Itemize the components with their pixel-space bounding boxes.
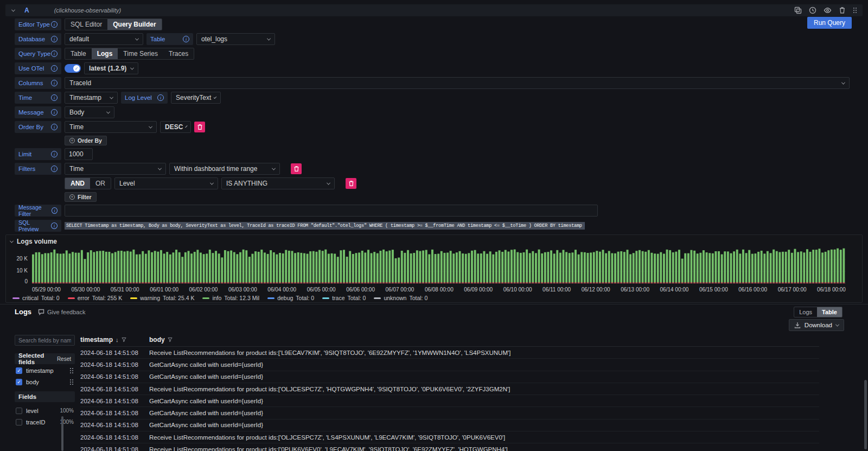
table-select[interactable]: otel_logs (196, 33, 275, 45)
field-checkbox[interactable] (16, 408, 22, 414)
logs-volume-bars[interactable] (32, 247, 846, 285)
chevron-down-icon (158, 166, 162, 170)
info-icon[interactable]: i (183, 36, 189, 42)
table-row[interactable]: 2024-06-18 14:51:08GetCartAsync called w… (80, 371, 819, 383)
otel-version-select[interactable]: latest (1.2.9) (84, 62, 138, 74)
editor-type-option-sql-editor[interactable]: SQL Editor (65, 19, 107, 30)
legend-item-warning[interactable]: warningTotal: 25.4 K (130, 295, 194, 301)
x-tick-label: 06/01 00:00 (150, 287, 178, 293)
info-icon[interactable]: i (51, 65, 58, 72)
info-icon[interactable]: i (51, 109, 58, 116)
sub-filter-field-select[interactable]: Level (114, 177, 218, 189)
download-button[interactable]: Download (789, 319, 844, 331)
order-by-field-select[interactable]: Time (65, 121, 157, 133)
table-row[interactable]: 2024-06-18 14:51:08Receive ListRecommend… (80, 347, 819, 359)
editor-type-radio-group: SQL Editor Query Builder (65, 18, 162, 30)
table-row[interactable]: 2024-06-18 14:51:08GetCartAsync called w… (80, 359, 819, 371)
filter-bool-or[interactable]: OR (90, 178, 111, 189)
fields-sidebar: Selected fields Reset ✓timestamp✓body Fi… (15, 335, 75, 427)
limit-input[interactable] (65, 148, 93, 160)
log-level-column-select[interactable]: SeverityText (171, 92, 221, 104)
info-icon[interactable]: i (51, 124, 58, 130)
sort-desc-icon[interactable]: ↓ (116, 336, 119, 343)
info-icon[interactable]: i (51, 80, 58, 86)
table-row[interactable]: 2024-06-18 14:51:08GetCartAsync called w… (80, 407, 819, 419)
history-icon[interactable] (809, 7, 816, 14)
legend-item-debug[interactable]: debugTotal: 0 (267, 295, 314, 301)
remove-filter-button[interactable] (291, 163, 302, 174)
table-row[interactable]: 2024-06-18 14:51:08GetCartAsync called w… (80, 395, 819, 407)
filter-operator-select[interactable]: Within dashboard time range (169, 163, 280, 175)
info-icon[interactable]: i (52, 207, 58, 214)
message-column-select[interactable]: Body (65, 106, 114, 118)
legend-item-critical[interactable]: criticalTotal: 0 (12, 295, 60, 301)
trash-icon[interactable] (839, 7, 846, 14)
field-checkbox[interactable]: ✓ (16, 367, 22, 374)
field-checkbox[interactable]: ✓ (16, 379, 22, 385)
message-label: Message i (15, 106, 61, 118)
legend-item-info[interactable]: infoTotal: 12.3 Mil (202, 295, 259, 301)
database-select[interactable]: default (65, 33, 143, 45)
page-scrollbar[interactable] (864, 380, 867, 449)
legend-series-total: Total: 0 (348, 295, 366, 301)
filter-bool-and[interactable]: AND (65, 178, 90, 189)
y-axis-labels: 20 K 10 K 0 (6, 247, 30, 285)
chevron-down-icon (835, 322, 839, 326)
eye-icon[interactable] (824, 7, 832, 14)
info-icon[interactable]: i (51, 223, 58, 229)
legend-item-error[interactable]: errorTotal: 255 K (68, 295, 123, 301)
filter-funnel-icon[interactable] (168, 337, 173, 342)
legend-color-dash (12, 297, 20, 299)
query-type-option-time-series[interactable]: Time Series (118, 48, 163, 59)
info-icon[interactable]: i (51, 36, 58, 42)
editor-type-option-query-builder[interactable]: Query Builder (107, 19, 161, 30)
remove-sub-filter-button[interactable] (346, 178, 356, 189)
view-toggle-table[interactable]: Table (817, 307, 842, 317)
filter-funnel-icon[interactable] (122, 337, 126, 342)
timestamp-column-header[interactable]: timestamp ↓ (80, 336, 149, 344)
drag-handle-icon[interactable] (69, 367, 74, 374)
table-row[interactable]: 2024-06-18 14:51:08Receive ListRecommend… (80, 383, 819, 395)
legend-item-trace[interactable]: traceTotal: 0 (322, 295, 366, 301)
view-toggle-logs[interactable]: Logs (794, 307, 817, 317)
query-type-option-logs[interactable]: Logs (92, 48, 118, 59)
x-axis-ticks: 05/29 00:0005/30 00:0005/31 00:0006/01 0… (32, 285, 846, 293)
body-column-header[interactable]: body (149, 336, 173, 344)
give-feedback-link[interactable]: Give feedback (38, 309, 85, 315)
duplicate-icon[interactable] (794, 7, 802, 14)
remove-order-by-button[interactable] (194, 122, 205, 132)
message-filter-input[interactable] (65, 205, 598, 217)
info-icon[interactable]: i (51, 21, 58, 28)
run-query-button[interactable]: Run Query (807, 17, 852, 29)
use-otel-toggle[interactable]: ✓ (65, 64, 81, 73)
time-column-select[interactable]: Timestamp (65, 92, 118, 104)
row-body: GetCartAsync called with userId={userId} (149, 398, 263, 404)
info-icon[interactable]: i (51, 166, 58, 172)
collapse-volume-icon[interactable] (10, 239, 14, 243)
query-type-option-table[interactable]: Table (65, 48, 92, 59)
query-type-option-traces[interactable]: Traces (163, 48, 194, 59)
sidebar-scrollbar[interactable] (61, 416, 63, 451)
info-icon[interactable]: i (51, 94, 58, 101)
table-row[interactable]: 2024-06-18 14:51:08Receive ListRecommend… (80, 443, 819, 451)
drag-handle-icon[interactable] (853, 7, 857, 14)
info-icon[interactable]: i (51, 50, 58, 57)
table-row[interactable]: 2024-06-18 14:51:08GetCartAsync called w… (80, 420, 819, 431)
columns-multiselect[interactable]: TraceId (65, 77, 850, 89)
table-row[interactable]: 2024-06-18 14:51:08Receive ListRecommend… (80, 431, 819, 443)
drag-handle-icon[interactable] (69, 379, 74, 385)
order-by-direction-select[interactable]: DESC (160, 121, 191, 133)
legend-item-unknown[interactable]: unknownTotal: 0 (374, 295, 427, 301)
filter-field-select[interactable]: Time (65, 163, 166, 175)
add-order-by-button[interactable]: + Order By (65, 136, 107, 145)
search-fields-input[interactable] (15, 335, 75, 346)
add-filter-button[interactable]: + Filter (65, 192, 97, 202)
field-row-body: ✓body (15, 377, 75, 387)
info-icon[interactable]: i (157, 94, 164, 101)
sql-preview-block[interactable]: SELECT Timestamp as timestamp, Body as b… (65, 219, 585, 232)
sub-filter-operator-select[interactable]: IS ANYTHING (221, 177, 335, 189)
collapse-query-icon[interactable] (11, 8, 15, 11)
field-checkbox[interactable] (16, 419, 22, 425)
reset-fields-button[interactable]: Reset (57, 356, 71, 362)
info-icon[interactable]: i (51, 151, 58, 157)
